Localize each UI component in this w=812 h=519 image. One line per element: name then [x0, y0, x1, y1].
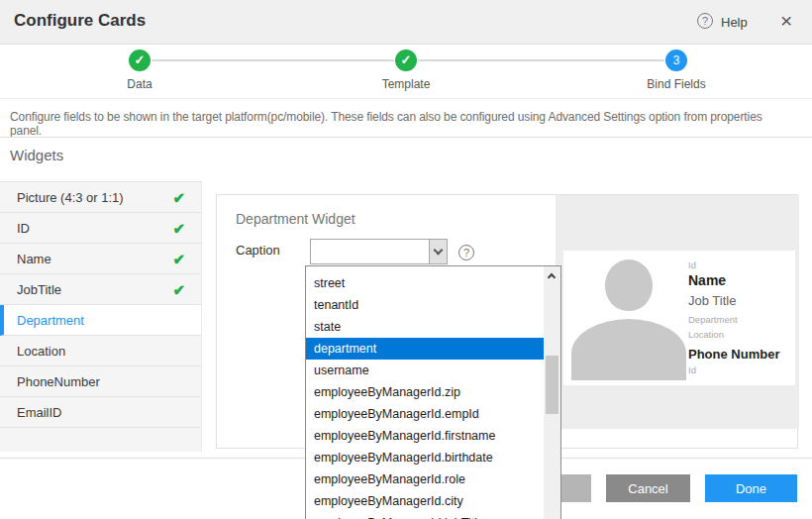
step-bindfields-number[interactable]: 3: [665, 50, 687, 71]
step-label-template: Template: [366, 77, 446, 91]
page-title: Configure Cards: [14, 11, 146, 31]
sidebar-item-label: PhoneNumber: [17, 374, 100, 389]
caption-combobox[interactable]: [310, 239, 448, 264]
sidebar-item-label: Department: [17, 313, 84, 328]
sidebar-item-label: Location: [17, 344, 65, 359]
sidebar-item-emailid[interactable]: EmailID: [0, 397, 201, 428]
step-template-check-icon[interactable]: ✓: [395, 50, 417, 71]
wizard-steps: ✓ ✓ 3 Data Template Bind Fields: [0, 45, 812, 99]
card-field-job-title: Job Title: [688, 293, 736, 308]
dropdown-option-department[interactable]: department: [306, 338, 544, 360]
card-field-department: Department: [688, 314, 738, 325]
avatar-head-shape: [605, 260, 653, 311]
dropdown-option-tenantid[interactable]: tenantId: [306, 294, 544, 316]
cancel-button[interactable]: Cancel: [606, 474, 690, 502]
check-icon: ✔: [172, 281, 185, 299]
close-icon[interactable]: ×: [780, 9, 792, 33]
sidebar-item-phonenumber[interactable]: PhoneNumber: [0, 366, 201, 397]
dialog-header: Configure Cards ? Help ×: [0, 0, 812, 45]
step-label-bind-fields: Bind Fields: [637, 77, 716, 91]
dropdown-option-employeebymanagerid-firstname[interactable]: employeeByManagerId.firstname: [306, 425, 544, 447]
sidebar-item-label: Name: [17, 252, 51, 266]
sidebar-item-label: Picture (4:3 or 1:1): [17, 190, 124, 205]
divider: [0, 137, 812, 138]
sidebar-item-label: EmailID: [17, 405, 62, 420]
help-link[interactable]: Help: [721, 15, 748, 30]
widgets-sidebar: Picture (4:3 or 1:1)✔ID✔Name✔JobTitle✔De…: [0, 181, 202, 452]
caption-label: Caption: [236, 243, 280, 258]
dropdown-option-employeebymanagerid-zip[interactable]: employeeByManagerId.zip: [306, 381, 544, 403]
help-icon[interactable]: ?: [697, 13, 713, 29]
description-text: Configure fields to be shown in the targ…: [10, 110, 792, 138]
check-icon: ✔: [172, 189, 185, 207]
card-field-name: Name: [688, 272, 726, 288]
sidebar-item-label: ID: [17, 221, 30, 236]
card-field-phone: Phone Number: [688, 347, 779, 362]
dropdown-scrollbar[interactable]: [544, 266, 560, 519]
combobox-dropdown-button[interactable]: [429, 240, 447, 263]
avatar-shoulders-shape: [571, 319, 686, 380]
card-preview-area: Id Name Job Title Department Location Ph…: [556, 195, 799, 429]
sidebar-item-location[interactable]: Location: [0, 336, 201, 366]
sidebar-filler: [0, 428, 201, 452]
widgets-heading: Widgets: [10, 147, 63, 163]
chevron-up-icon: [548, 273, 556, 281]
card-field-id-bottom: Id: [688, 364, 696, 375]
dropdown-option-username[interactable]: username: [306, 360, 544, 381]
dropdown-option-employeebymanagerid-city[interactable]: employeeByManagerId.city: [306, 490, 544, 512]
avatar-placeholder: [569, 256, 688, 380]
card-field-location: Location: [688, 329, 724, 340]
check-icon: ✔: [172, 251, 185, 268]
card-field-id-top: Id: [688, 260, 696, 270]
done-button[interactable]: Done: [705, 474, 797, 502]
dropdown-option-employeebymanagerid-role[interactable]: employeeByManagerId.role: [306, 468, 544, 490]
dropdown-option-employeebymanagerid-birthdate[interactable]: employeeByManagerId.birthdate: [306, 447, 544, 468]
dropdown-option-employeebymanagerid-empid[interactable]: employeeByManagerId.empId: [306, 403, 544, 425]
caption-help-icon[interactable]: ?: [458, 245, 474, 260]
dropdown-option-street[interactable]: street: [306, 272, 544, 294]
caption-dropdown-list: streettenantIdstatedepartmentusernameemp…: [305, 265, 561, 519]
dropdown-option-state[interactable]: state: [306, 316, 544, 338]
panel-title: Department Widget: [236, 211, 355, 227]
card-preview: Id Name Job Title Department Location Ph…: [563, 251, 795, 385]
step-label-data: Data: [100, 77, 179, 91]
chevron-down-icon: [434, 246, 444, 256]
scrollbar-up-button[interactable]: [544, 266, 560, 284]
step-connector: [152, 59, 394, 61]
dropdown-options: streettenantIdstatedepartmentusernameemp…: [306, 266, 544, 519]
scrollbar-thumb[interactable]: [546, 356, 558, 414]
step-data-check-icon[interactable]: ✓: [129, 50, 151, 71]
sidebar-item-label: JobTitle: [17, 282, 61, 297]
configure-cards-dialog: Configure Cards ? Help × ✓ ✓ 3 Data Temp…: [0, 0, 812, 519]
step-connector: [418, 59, 664, 61]
sidebar-item-name[interactable]: Name✔: [0, 244, 201, 274]
sidebar-item-picture-4-3-or-1-1[interactable]: Picture (4:3 or 1:1)✔: [0, 182, 201, 213]
sidebar-item-department[interactable]: Department: [0, 305, 201, 336]
dropdown-option-employeebymanagerid-jobtitle[interactable]: employeeByManagerId.jobTitle: [306, 512, 544, 519]
sidebar-item-jobtitle[interactable]: JobTitle✔: [0, 274, 201, 305]
check-icon: ✔: [172, 220, 185, 238]
sidebar-item-id[interactable]: ID✔: [0, 213, 201, 244]
